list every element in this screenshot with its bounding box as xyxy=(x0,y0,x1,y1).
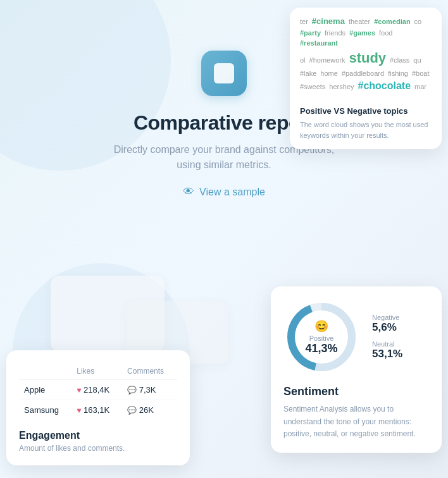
word-cinema: #cinema xyxy=(312,16,345,26)
word-homework: #homework xyxy=(309,56,345,64)
word-friends: friends xyxy=(325,29,345,37)
apple-likes: ♥ 218,4K xyxy=(72,380,122,400)
word-mar: mar xyxy=(414,83,426,90)
word-row-4: #lake home #paddleboard fishing #boat xyxy=(300,70,432,77)
app-icon xyxy=(201,51,247,96)
word-restaurant: #restaurant xyxy=(300,39,338,47)
stat-neutral-label: Neutral xyxy=(372,340,402,348)
wordcloud-card: ter #cinema theater #comedian co #party … xyxy=(290,8,442,149)
samsung-comments: 💬 26K xyxy=(122,400,177,420)
word-row-2: #party friends #games food #restaurant xyxy=(300,29,432,47)
engagement-table: Likes Comments Apple ♥ 218,4K 💬 7,3K Sam… xyxy=(19,363,177,420)
table-row: Samsung ♥ 163,1K 💬 26K xyxy=(19,400,177,420)
word-class: #class xyxy=(390,56,409,64)
table-row: Apple ♥ 218,4K 💬 7,3K xyxy=(19,380,177,400)
comment-icon-2: 💬 xyxy=(127,406,137,415)
sentiment-card: 😊 Positive 41,3% Negative 5,6% Neutral 5… xyxy=(271,286,442,453)
word-party: #party xyxy=(300,29,321,37)
word-food: food xyxy=(379,29,392,37)
word-comedian: #comedian xyxy=(374,18,410,25)
col-likes: Likes xyxy=(72,363,122,380)
stat-neutral: Neutral 53,1% xyxy=(372,340,402,360)
donut-label: 😊 Positive 41,3% xyxy=(305,319,337,355)
word-cloud-area: ter #cinema theater #comedian co #party … xyxy=(300,16,432,99)
stat-neutral-value: 53,1% xyxy=(372,348,402,360)
word-row-1: ter #cinema theater #comedian co xyxy=(300,16,432,26)
col-brand xyxy=(19,363,72,380)
word-hershey: hershey xyxy=(329,83,354,90)
word-games: #games xyxy=(349,29,375,37)
word-paddleboard: #paddleboard xyxy=(342,70,384,77)
word-ol: ol xyxy=(300,56,306,64)
eye-icon: 👁 xyxy=(183,185,194,199)
samsung-likes: ♥ 163,1K xyxy=(72,400,122,420)
donut-chart: 😊 Positive 41,3% xyxy=(283,299,359,375)
word-row-3: ol #homework study #class qu xyxy=(300,50,432,66)
brand-apple: Apple xyxy=(19,380,72,400)
view-sample-link[interactable]: 👁 View a sample xyxy=(183,185,265,199)
word-ter: ter xyxy=(300,18,308,25)
word-chocolate: #chocolate xyxy=(358,80,411,92)
app-icon-inner xyxy=(214,63,234,83)
word-row-5: #sweets hershey #chocolate mar xyxy=(300,80,432,92)
word-boat: #boat xyxy=(412,70,430,77)
table-header-row: Likes Comments xyxy=(19,363,177,380)
word-theater: theater xyxy=(349,18,370,25)
heart-icon-2: ♥ xyxy=(77,406,81,415)
stat-negative: Negative 5,6% xyxy=(372,314,402,334)
brand-samsung: Samsung xyxy=(19,400,72,420)
view-sample-label: View a sample xyxy=(199,187,265,198)
donut-container: 😊 Positive 41,3% Negative 5,6% Neutral 5… xyxy=(283,299,429,375)
apple-comments: 💬 7,3K xyxy=(122,380,177,400)
word-fishing: fishing xyxy=(388,70,408,77)
sentiment-desc: Sentiment Analysis allows you to underst… xyxy=(283,403,429,440)
word-sweets: #sweets xyxy=(300,83,325,90)
heart-icon: ♥ xyxy=(77,386,81,395)
word-lake: #lake xyxy=(300,70,316,77)
word-co: co xyxy=(414,18,422,25)
engagement-card: Likes Comments Apple ♥ 218,4K 💬 7,3K Sam… xyxy=(6,350,190,465)
wordcloud-title: Positive VS Negative topics xyxy=(300,106,432,116)
comment-icon: 💬 xyxy=(127,386,137,395)
engagement-desc: Amount of likes and comments. xyxy=(19,444,177,453)
engagement-title: Engagement xyxy=(19,430,177,441)
wordcloud-desc: The word cloud shows you the most used k… xyxy=(300,120,432,140)
col-comments: Comments xyxy=(122,363,177,380)
stat-negative-value: 5,6% xyxy=(372,321,402,334)
stat-negative-label: Negative xyxy=(372,314,402,321)
donut-center-value: 41,3% xyxy=(305,342,337,355)
word-study: study xyxy=(349,50,386,66)
sentiment-stats: Negative 5,6% Neutral 53,1% xyxy=(372,314,402,360)
sentiment-title: Sentiment xyxy=(283,385,429,398)
donut-emoji: 😊 xyxy=(305,319,337,333)
word-qu: qu xyxy=(413,56,421,64)
donut-center-label: Positive xyxy=(305,334,337,342)
word-home: home xyxy=(320,70,338,77)
